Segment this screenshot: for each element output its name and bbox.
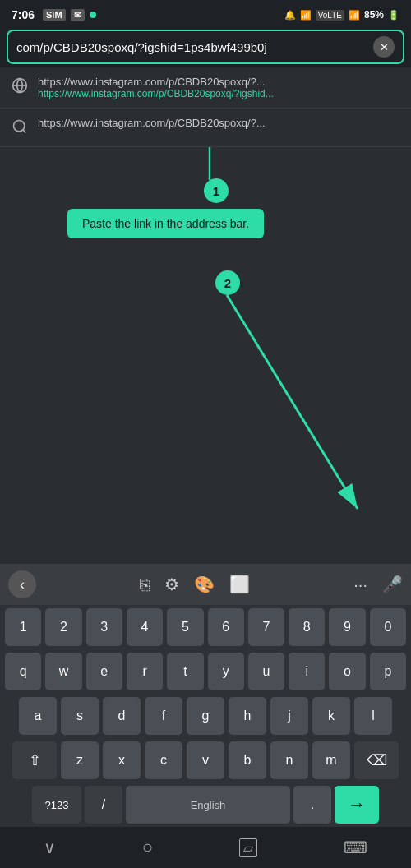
number-row: 1 2 3 4 5 6 7 8 9 0 bbox=[0, 605, 411, 649]
key-b[interactable]: b bbox=[229, 741, 266, 779]
key-6[interactable]: 6 bbox=[208, 608, 244, 646]
symbols-key[interactable]: ?123 bbox=[32, 786, 81, 824]
alarm-icon: 🔔 bbox=[284, 10, 296, 21]
step-1-label: 1 bbox=[213, 184, 219, 198]
page-layout: 7:06 SIM ✉ 🔔 📶 VoLTE 📶 85% 🔋 com/p/CBDB2… bbox=[0, 0, 411, 868]
key-g[interactable]: g bbox=[187, 697, 224, 735]
mail-icon: ✉ bbox=[71, 9, 85, 21]
key-r[interactable]: r bbox=[127, 653, 163, 690]
key-x[interactable]: x bbox=[103, 741, 141, 779]
battery-icon: 🔋 bbox=[388, 10, 399, 21]
svg-point-2 bbox=[14, 121, 25, 132]
close-button[interactable]: ✕ bbox=[373, 36, 395, 58]
key-o[interactable]: o bbox=[329, 653, 365, 690]
nav-keyboard-icon[interactable]: ⌨ bbox=[344, 838, 367, 857]
key-7[interactable]: 7 bbox=[248, 608, 284, 646]
tooltip-box: Paste the link in the address bar. bbox=[67, 209, 264, 238]
keyboard: ‹ ⎘ ⚙ 🎨 ⬜ ··· 🎤 1 2 3 4 5 6 7 8 9 0 bbox=[0, 564, 411, 827]
url-text: com/p/CBDB20spoxq/?igshid=1ps4bwf499b0j bbox=[16, 40, 367, 54]
key-8[interactable]: 8 bbox=[289, 608, 325, 646]
palette-icon[interactable]: 🎨 bbox=[194, 575, 215, 594]
key-s[interactable]: s bbox=[61, 697, 99, 735]
nav-back-icon[interactable]: ∨ bbox=[44, 838, 56, 857]
time-label: 7:06 bbox=[12, 8, 35, 21]
key-m[interactable]: m bbox=[312, 741, 350, 779]
clipboard-icon[interactable]: ⎘ bbox=[140, 575, 150, 594]
key-i[interactable]: i bbox=[289, 653, 325, 690]
screen-icon[interactable]: ⬜ bbox=[229, 575, 250, 594]
key-q[interactable]: q bbox=[5, 653, 41, 690]
suggestion-text-1: https://www.instagram.com/p/CBDB20spoxq/… bbox=[38, 76, 274, 99]
key-p[interactable]: p bbox=[370, 653, 406, 690]
more-icon[interactable]: ··· bbox=[353, 575, 367, 594]
search-icon bbox=[12, 118, 28, 138]
key-n[interactable]: n bbox=[270, 741, 308, 779]
toolbar-right: ··· 🎤 bbox=[353, 575, 403, 594]
wifi-icon: 📶 bbox=[300, 10, 312, 21]
key-9[interactable]: 9 bbox=[329, 608, 365, 646]
key-1[interactable]: 1 bbox=[5, 608, 41, 646]
mic-icon[interactable]: 🎤 bbox=[382, 575, 403, 594]
shift-key[interactable]: ⇧ bbox=[12, 741, 57, 779]
tooltip-text: Paste the link in the address bar. bbox=[82, 217, 249, 230]
battery-label: 85% bbox=[364, 9, 384, 21]
key-5[interactable]: 5 bbox=[167, 608, 203, 646]
back-icon: ‹ bbox=[20, 576, 25, 593]
key-0[interactable]: 0 bbox=[370, 608, 406, 646]
volte-label: VoLTE bbox=[316, 10, 344, 21]
key-a[interactable]: a bbox=[19, 697, 57, 735]
qwerty-row: q w e r t y u i o p bbox=[0, 649, 411, 694]
key-f[interactable]: f bbox=[145, 697, 182, 735]
address-bar[interactable]: com/p/CBDB20spoxq/?igshid=1ps4bwf499b0j … bbox=[7, 30, 404, 64]
suggestion-text-2: https://www.instagram.com/p/CBDB20spoxq/… bbox=[38, 117, 266, 129]
status-bar: 7:06 SIM ✉ 🔔 📶 VoLTE 📶 85% 🔋 bbox=[0, 0, 411, 30]
close-icon: ✕ bbox=[380, 41, 389, 53]
key-j[interactable]: j bbox=[270, 697, 308, 735]
key-l[interactable]: l bbox=[354, 697, 392, 735]
key-2[interactable]: 2 bbox=[45, 608, 81, 646]
step-1-bubble: 1 bbox=[204, 178, 229, 203]
suggestions-dropdown: https://www.instagram.com/p/CBDB20spoxq/… bbox=[0, 67, 411, 147]
key-d[interactable]: d bbox=[103, 697, 141, 735]
key-z[interactable]: z bbox=[61, 741, 99, 779]
svg-line-3 bbox=[23, 130, 26, 133]
status-icons: 🔔 📶 VoLTE 📶 85% 🔋 bbox=[284, 9, 399, 21]
bottom-row: ?123 / English . → bbox=[0, 783, 411, 827]
nav-recents-icon[interactable]: ▱ bbox=[239, 838, 257, 857]
suggestion-line1-1: https://www.instagram.com/p/CBDB20spoxq/… bbox=[38, 76, 274, 88]
key-e[interactable]: e bbox=[86, 653, 122, 690]
svg-line-5 bbox=[227, 295, 358, 509]
signal-icon: 📶 bbox=[349, 10, 360, 21]
nav-home-icon[interactable]: ○ bbox=[142, 837, 153, 858]
period-key[interactable]: . bbox=[293, 786, 331, 824]
suggestion-item-1[interactable]: https://www.instagram.com/p/CBDB20spoxq/… bbox=[0, 67, 411, 108]
key-u[interactable]: u bbox=[248, 653, 284, 690]
keyboard-back-button[interactable]: ‹ bbox=[8, 570, 36, 598]
key-4[interactable]: 4 bbox=[127, 608, 163, 646]
key-3[interactable]: 3 bbox=[86, 608, 122, 646]
backspace-key[interactable]: ⌫ bbox=[354, 741, 399, 779]
key-c[interactable]: c bbox=[145, 741, 182, 779]
zxcv-row: ⇧ z x c v b n m ⌫ bbox=[0, 738, 411, 783]
settings-icon[interactable]: ⚙ bbox=[164, 575, 179, 594]
asdf-row: a s d f g h j k l bbox=[0, 694, 411, 738]
key-v[interactable]: v bbox=[187, 741, 224, 779]
keyboard-toolbar: ‹ ⎘ ⚙ 🎨 ⬜ ··· 🎤 bbox=[0, 564, 411, 605]
status-time: 7:06 SIM ✉ bbox=[12, 8, 96, 21]
step-2-bubble: 2 bbox=[215, 270, 240, 295]
suggestion-line2-1: https://www.instagram.com/p/CBDB20spoxq/… bbox=[38, 88, 274, 99]
key-w[interactable]: w bbox=[45, 653, 81, 690]
key-h[interactable]: h bbox=[229, 697, 266, 735]
enter-key[interactable]: → bbox=[335, 786, 379, 824]
dot-indicator bbox=[90, 12, 96, 18]
space-key[interactable]: English bbox=[126, 786, 290, 824]
suggestion-item-2[interactable]: https://www.instagram.com/p/CBDB20spoxq/… bbox=[0, 108, 411, 147]
toolbar-left: ⎘ ⚙ 🎨 ⬜ bbox=[140, 575, 250, 594]
key-k[interactable]: k bbox=[312, 697, 350, 735]
sim-icon: SIM bbox=[43, 9, 66, 21]
slash-key[interactable]: / bbox=[85, 786, 122, 824]
key-y[interactable]: y bbox=[208, 653, 244, 690]
key-t[interactable]: t bbox=[167, 653, 203, 690]
navigation-bar: ∨ ○ ▱ ⌨ bbox=[0, 827, 411, 868]
globe-icon bbox=[12, 77, 28, 97]
